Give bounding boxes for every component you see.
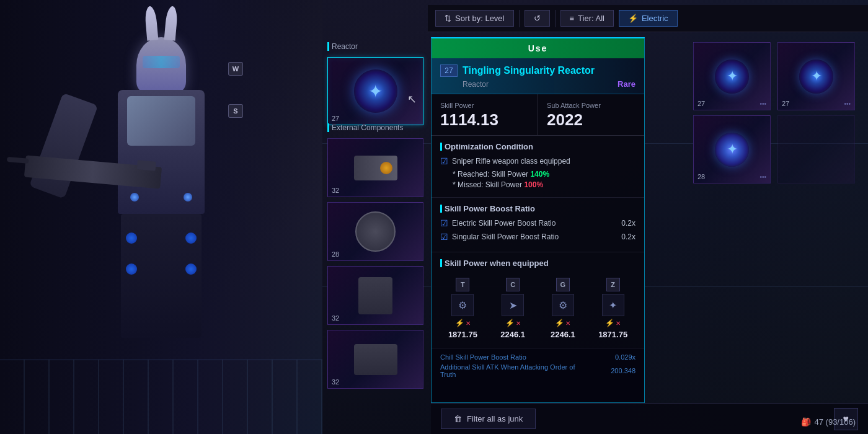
char-leg-orb-1 — [126, 232, 137, 244]
skill-status-z: ⚡ ✕ — [605, 319, 621, 327]
char-arm-left — [29, 93, 98, 199]
lightning-c: ⚡ — [505, 319, 515, 327]
right-more-3: ••• — [760, 174, 766, 180]
item-type: Reactor — [463, 80, 489, 89]
skill-icon-c: ➤ — [502, 294, 524, 316]
x-g: ✕ — [565, 320, 570, 327]
bottom-stats: Chill Skill Power Boost Ratio 0.029x Add… — [432, 348, 644, 402]
skill-value-c: 2246.1 — [500, 330, 525, 339]
bottom-stat-2-value: 200.348 — [611, 367, 636, 374]
optimization-section: Optimization Condition ☑ Sniper Rifle we… — [432, 136, 644, 198]
right-item-slot-3[interactable]: 28 ••• — [693, 115, 771, 184]
char-visor — [143, 56, 180, 68]
ext-icon-2-art — [355, 211, 396, 252]
toolbar-divider — [519, 10, 520, 27]
right-more-2: ••• — [844, 100, 851, 107]
title-row: 27 Tingling Singularity Reactor — [440, 64, 636, 77]
char-legs — [121, 214, 202, 338]
item-level-badge: 27 — [440, 64, 458, 77]
trash-icon: 🗑 — [454, 414, 462, 423]
right-item-slot-2[interactable]: 27 ••• — [777, 42, 855, 110]
skill-equipped-section: Skill Power when equipped T ⚙ ⚡ ✕ 1871.7… — [432, 252, 644, 348]
right-level-1: 27 — [698, 100, 705, 107]
ext-icon-4-art — [354, 344, 397, 375]
electric-label: Electric — [642, 14, 668, 23]
right-more-1: ••• — [760, 100, 766, 107]
right-level-3: 28 — [698, 173, 705, 180]
toolbar-divider-2 — [555, 10, 556, 27]
layers-icon: ≡ — [570, 14, 575, 23]
refresh-button[interactable]: ↺ — [525, 10, 550, 27]
skill-power-cell: Skill Power 1114.13 — [432, 94, 538, 135]
missed-pct: 100% — [524, 180, 543, 189]
ext-icon-3-art — [358, 277, 392, 314]
ext-comp-slot-1[interactable]: 32 — [327, 138, 423, 197]
check-icon-2: ☑ — [440, 218, 448, 228]
ext-comp-slot-2[interactable]: 28 — [327, 202, 423, 261]
bag-icon: 🎒 — [801, 417, 811, 427]
ext-icon-1-art — [354, 156, 397, 180]
skill-col-z: Z ✦ ⚡ ✕ 1871.75 — [590, 278, 636, 339]
char-leg-orb-2 — [185, 232, 197, 244]
boost-2-left: ☑ Singular Skill Power Boost Ratio — [440, 232, 559, 242]
skill-value-t: 1871.75 — [448, 330, 477, 339]
character-body — [74, 37, 248, 384]
condition-results: * Reached: Skill Power 140% * Missed: Sk… — [440, 170, 636, 189]
skill-icon-t: ⚙ — [451, 294, 474, 316]
optimization-title: Optimization Condition — [440, 142, 636, 151]
bottom-stat-1-label: Chill Skill Power Boost Ratio — [440, 353, 526, 361]
inventory-count: 🎒 47 (93/106) — [801, 417, 856, 427]
ext-level-1: 32 — [332, 187, 339, 194]
skill-grid: T ⚙ ⚡ ✕ 1871.75 C ➤ ⚡ ✕ 2246.1 G — [440, 273, 636, 342]
condition-text-1: Sniper Rifle weapon class equipped — [452, 157, 570, 166]
missed-label: * Missed: Skill Power — [453, 180, 522, 189]
subtitle-row: Reactor Rare — [440, 79, 636, 89]
item-rarity: Rare — [618, 79, 636, 89]
reactor-item-slot[interactable]: 27 ↖ — [327, 57, 423, 125]
reactor-label: Reactor — [322, 37, 428, 53]
cursor-pointer: ↖ — [407, 92, 417, 106]
inventory-count-text: 47 (93/106) — [815, 417, 856, 427]
toolbar: ⇅ Sort by: Level ↺ ≡ Tier: All ⚡ Electri… — [428, 5, 868, 32]
use-button[interactable]: Use — [432, 38, 644, 58]
electric-button[interactable]: ⚡ Electric — [619, 10, 678, 27]
check-icon-3: ☑ — [440, 232, 448, 242]
right-level-2: 27 — [782, 100, 789, 107]
ext-comp-slot-4[interactable]: 32 — [327, 330, 423, 389]
check-icon-1: ☑ — [440, 156, 448, 166]
ext-level-4: 32 — [332, 378, 339, 386]
condition-row-1: ☑ Sniper Rifle weapon class equipped — [440, 156, 636, 166]
skill-value-z: 1871.75 — [598, 330, 627, 339]
keyboard-w: W — [228, 62, 243, 76]
skill-icon-g: ⚙ — [552, 294, 574, 316]
sub-attack-label: Sub Attack Power — [547, 102, 636, 109]
right-item-slot-1[interactable]: 27 ••• — [693, 42, 771, 110]
reactor-icon-art — [354, 69, 397, 113]
skill-col-c: C ➤ ⚡ ✕ 2246.1 — [490, 278, 536, 339]
char-ear-right — [164, 6, 179, 40]
x-t: ✕ — [466, 320, 471, 327]
bottom-bar: 🗑 Filter all as junk ♥ 🎒 47 (93/106) — [431, 403, 868, 434]
tier-button[interactable]: ≡ Tier: All — [560, 10, 614, 27]
skill-type-t: T — [456, 278, 469, 291]
boost-ratio-section: Skill Power Boost Ratio ☑ Electric Skill… — [432, 198, 644, 252]
detail-panel: Use 27 Tingling Singularity Reactor Reac… — [431, 37, 645, 403]
boost-row-2: ☑ Singular Skill Power Boost Ratio 0.2x — [440, 232, 636, 242]
reactor-section: Reactor 27 ↖ — [322, 37, 428, 130]
sort-button[interactable]: ⇅ Sort by: Level — [435, 10, 514, 27]
ext-comp-slot-3[interactable]: 32 — [327, 266, 423, 325]
lightning-z: ⚡ — [605, 319, 614, 327]
boost-1-left: ☑ Electric Skill Power Boost Ratio — [440, 218, 556, 228]
char-chest — [127, 96, 195, 146]
char-leg-orb-3 — [126, 264, 137, 275]
reached-row: * Reached: Skill Power 140% — [453, 170, 636, 179]
missed-row: * Missed: Skill Power 100% — [453, 180, 636, 189]
skill-status-c: ⚡ ✕ — [505, 319, 521, 327]
right-item-slot-4[interactable] — [777, 115, 855, 184]
reached-pct: 140% — [530, 170, 549, 179]
skill-power-label: Skill Power — [440, 102, 529, 109]
filter-junk-button[interactable]: 🗑 Filter all as junk — [441, 409, 536, 429]
item-name: Tingling Singularity Reactor — [463, 65, 595, 76]
sub-attack-value: 2022 — [547, 112, 636, 128]
equipped-title: Skill Power when equipped — [440, 259, 636, 268]
